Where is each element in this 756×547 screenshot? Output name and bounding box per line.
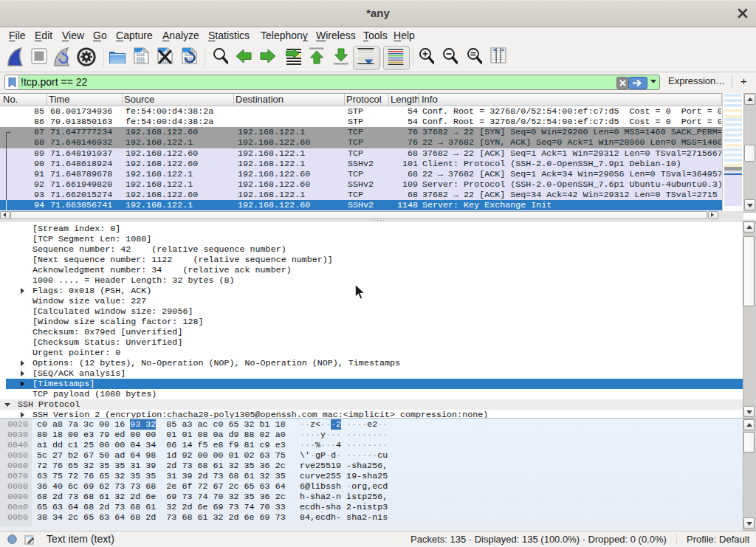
svg-text:0101: 0101 — [137, 60, 145, 63]
